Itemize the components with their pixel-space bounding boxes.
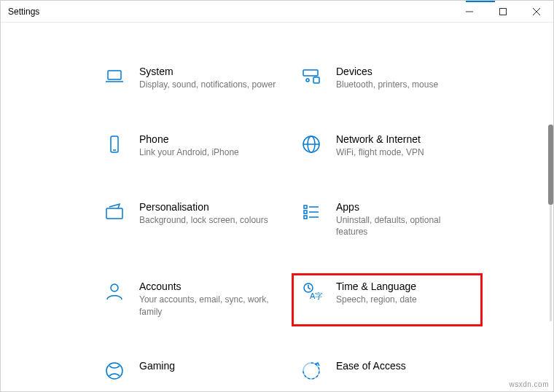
- person-icon: [103, 280, 126, 303]
- scrollbar-thumb[interactable]: [548, 125, 553, 205]
- category-text: Personalisation Background, lock screen,…: [139, 200, 278, 226]
- category-phone[interactable]: Phone Link your Android, iPhone: [95, 127, 285, 167]
- category-desc: Link your Android, iPhone: [139, 146, 278, 158]
- category-text: Apps Uninstall, defaults, optional featu…: [336, 200, 475, 238]
- category-apps[interactable]: Apps Uninstall, defaults, optional featu…: [292, 195, 482, 246]
- category-text: Network & Internet WiFi, flight mode, VP…: [336, 133, 475, 158]
- category-title: Gaming: [139, 359, 278, 372]
- devices-icon: [300, 65, 323, 88]
- category-desc: Your accounts, email, sync, work, family: [139, 294, 278, 317]
- category-accounts[interactable]: Accounts Your accounts, email, sync, wor…: [95, 274, 285, 326]
- category-gaming[interactable]: Gaming: [95, 353, 285, 391]
- time-lang-icon: A字: [300, 280, 323, 303]
- category-personalisation[interactable]: Personalisation Background, lock screen,…: [95, 195, 285, 246]
- svg-point-8: [306, 79, 309, 82]
- category-text: Phone Link your Android, iPhone: [139, 133, 278, 158]
- category-title: Ease of Access: [336, 359, 475, 372]
- category-title: Time & Language: [336, 280, 475, 293]
- svg-rect-1: [500, 9, 507, 15]
- svg-rect-14: [106, 208, 122, 219]
- svg-point-25: [303, 363, 319, 379]
- xbox-icon: [103, 359, 126, 383]
- category-title: Devices: [336, 65, 475, 78]
- window-title: Settings: [8, 7, 39, 17]
- category-text: Accounts Your accounts, email, sync, wor…: [139, 280, 278, 318]
- globe-icon: [300, 133, 323, 156]
- svg-rect-7: [313, 77, 319, 83]
- svg-rect-6: [303, 70, 318, 76]
- category-text: Gaming: [139, 359, 278, 373]
- svg-text:A字: A字: [310, 291, 322, 300]
- category-text: Time & Language Speech, region, date: [336, 280, 475, 305]
- watermark: wsxdn.com: [509, 380, 549, 388]
- category-desc: Display, sound, notifications, power: [139, 79, 278, 90]
- svg-point-24: [106, 363, 122, 379]
- category-title: Network & Internet: [336, 133, 475, 146]
- titlebar: Settings: [1, 1, 553, 23]
- category-desc: Uninstall, defaults, optional features: [336, 214, 475, 238]
- svg-rect-17: [304, 216, 307, 219]
- category-text: System Display, sound, notifications, po…: [139, 65, 278, 90]
- window-controls: [453, 1, 553, 23]
- svg-rect-4: [108, 71, 121, 79]
- category-text: Devices Bluetooth, printers, mouse: [336, 65, 475, 90]
- category-system[interactable]: System Display, sound, notifications, po…: [95, 59, 285, 99]
- laptop-icon: [103, 65, 126, 88]
- category-title: Phone: [139, 133, 278, 146]
- category-desc: Background, lock screen, colours: [139, 214, 278, 226]
- category-title: System: [139, 65, 278, 78]
- svg-rect-16: [304, 211, 307, 213]
- svg-point-21: [111, 284, 118, 291]
- category-devices[interactable]: Devices Bluetooth, printers, mouse: [292, 59, 482, 99]
- category-ease-of-access[interactable]: Ease of Access: [292, 353, 482, 391]
- category-text: Ease of Access: [336, 359, 475, 373]
- category-desc: Speech, region, date: [336, 294, 475, 305]
- settings-grid: System Display, sound, notifications, po…: [1, 23, 553, 391]
- category-desc: WiFi, flight mode, VPN: [336, 146, 475, 158]
- category-title: Accounts: [139, 280, 278, 293]
- phone-icon: [103, 133, 126, 156]
- maximize-button[interactable]: [486, 1, 520, 23]
- ease-icon: [300, 359, 323, 383]
- svg-rect-15: [304, 205, 307, 208]
- paintbrush-icon: [103, 200, 126, 224]
- category-title: Apps: [336, 200, 475, 213]
- category-desc: Bluetooth, printers, mouse: [336, 79, 475, 90]
- close-button[interactable]: [520, 1, 553, 23]
- apps-list-icon: [300, 200, 323, 224]
- category-network[interactable]: Network & Internet WiFi, flight mode, VP…: [292, 127, 482, 167]
- category-time-language[interactable]: A字 Time & Language Speech, region, date: [292, 274, 482, 326]
- category-title: Personalisation: [139, 200, 278, 213]
- minimize-button[interactable]: [453, 1, 486, 23]
- scrollbar[interactable]: [550, 125, 552, 321]
